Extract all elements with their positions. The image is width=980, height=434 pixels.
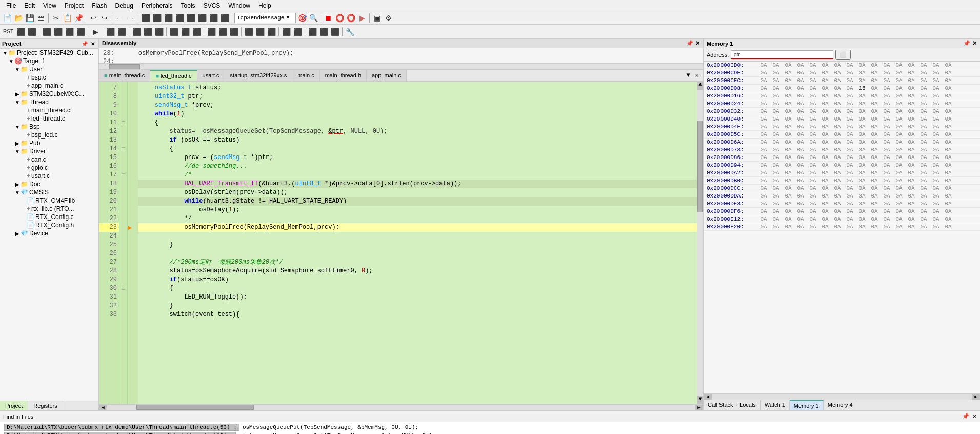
bp1[interactable]: ⬛ (105, 27, 115, 37)
circle2-btn[interactable]: ⭕ (346, 13, 356, 23)
inspect-btn[interactable]: 🔍 (308, 13, 318, 23)
settings-btn[interactable]: ⚙ (383, 13, 393, 23)
tab-registers[interactable]: Registers (28, 401, 63, 410)
mem3[interactable]: ⬛ (154, 27, 164, 37)
mem-hscroll-right[interactable]: ▶ (972, 394, 980, 400)
menu-flash[interactable]: Flash (88, 1, 111, 10)
rst-btn[interactable]: RST (2, 27, 14, 37)
hscroll-right[interactable]: ▶ (695, 405, 703, 410)
tab-startup[interactable]: startup_stm32f429xx.s (225, 70, 293, 81)
find-bar-close[interactable]: ✕ (972, 413, 977, 420)
file-usart[interactable]: + usart.c (0, 172, 98, 180)
open-btn[interactable]: 📂 (13, 13, 24, 23)
btn-f[interactable]: ⬛ (197, 13, 207, 23)
hscroll-thumb[interactable] (136, 405, 254, 410)
tool3[interactable]: ⬛ (266, 27, 276, 37)
menu-window[interactable]: Window (224, 1, 254, 10)
fold-30[interactable]: □ (119, 284, 127, 293)
layout2[interactable]: ⬛ (180, 27, 190, 37)
extra1[interactable]: ⬛ (281, 27, 291, 37)
step-over[interactable]: ⬛ (42, 27, 52, 37)
find-bar-pin[interactable]: 📌 (962, 413, 969, 420)
editor-vscrollbar[interactable]: ▲ ▼ (697, 82, 703, 404)
save-all-btn[interactable]: 🗃 (36, 13, 46, 23)
step-out[interactable]: ⬛ (64, 27, 74, 37)
run2[interactable]: ▶ (90, 27, 101, 37)
nav-back[interactable]: ← (114, 13, 125, 23)
fold-11[interactable]: □ (119, 119, 127, 127)
extra5[interactable]: ⬛ (330, 27, 340, 37)
folder-doc[interactable]: ▶ 📁 Doc (0, 180, 98, 188)
thread-dropdown[interactable]: TcpSendMessage ▼ (234, 13, 296, 23)
file-gpio[interactable]: + gpio.c (0, 164, 98, 172)
btn-d[interactable]: ⬛ (174, 13, 185, 23)
tab-overflow-btn[interactable]: ▼ (685, 72, 692, 79)
tab-led-thread[interactable]: ■ led_thread.c (150, 70, 197, 81)
debug1[interactable]: ⬛ (15, 27, 26, 37)
file-bsp-led[interactable]: + bsp_led.c (0, 131, 98, 139)
new-btn[interactable]: 📄 (2, 13, 12, 23)
step-into[interactable]: ⬛ (53, 27, 63, 37)
btn-g[interactable]: ⬛ (208, 13, 218, 23)
tab-memory-1[interactable]: Memory 1 (790, 400, 824, 410)
tab-watch-1[interactable]: Watch 1 (761, 400, 790, 410)
memory-pin[interactable]: 📌 (963, 40, 970, 47)
folder-pub[interactable]: ▶ 📁 Pub (0, 139, 98, 147)
tab-memory-4[interactable]: Memory 4 (824, 400, 857, 410)
editor-hscrollbar[interactable]: ◀ ▶ (99, 404, 703, 410)
menu-file[interactable]: File (2, 1, 20, 10)
menu-help[interactable]: Help (254, 1, 275, 10)
menu-edit[interactable]: Edit (20, 1, 39, 10)
file-app-main[interactable]: + app_main.c (0, 82, 98, 90)
undo-btn[interactable]: ↩ (88, 13, 98, 23)
fold-14[interactable]: □ (119, 145, 127, 153)
tab-call-stack[interactable]: Call Stack + Locals (704, 400, 761, 410)
code-content[interactable]: osStatus_t status; uint32_t ptr; sendMsg… (138, 82, 697, 404)
folder-stm32[interactable]: ▶ 📁 STM32CubeMX:C... (0, 90, 98, 98)
panel-close-btn[interactable]: ✕ (89, 40, 96, 47)
debug2[interactable]: ⬛ (27, 27, 37, 37)
disasm-scrollbar[interactable] (99, 63, 703, 69)
extra3[interactable]: ⬛ (307, 27, 317, 37)
mem-hscroll-track[interactable] (712, 394, 972, 400)
project-root[interactable]: ▼ 📁 Project: STM32F429_Cub... (0, 49, 98, 57)
menu-view[interactable]: View (39, 1, 61, 10)
menu-project[interactable]: Project (61, 1, 88, 10)
layout3[interactable]: ⬛ (191, 27, 202, 37)
memory-address-input[interactable] (731, 50, 833, 59)
stop-btn[interactable]: ⏹ (323, 13, 333, 23)
tab-app-main[interactable]: app_main.c (367, 70, 407, 81)
folder-thread[interactable]: ▼ 📁 Thread (0, 98, 98, 106)
file-led-thread[interactable]: + led_thread.c (0, 114, 98, 123)
menu-peripherals[interactable]: Peripherals (137, 1, 177, 10)
tab-main-thread[interactable]: ■ main_thread.c (99, 70, 150, 81)
copy-btn[interactable]: 📋 (62, 13, 72, 23)
folder-device[interactable]: ▶ 💎 Device (0, 229, 98, 238)
tab-main[interactable]: main.c (292, 70, 319, 81)
fold-17[interactable]: □ (119, 171, 127, 180)
disassembly-close[interactable]: ✕ (695, 40, 700, 47)
run-to[interactable]: ⬛ (75, 27, 86, 37)
tab-project[interactable]: Project (0, 401, 28, 410)
btn-a[interactable]: ⬛ (141, 13, 151, 23)
tab-close-all-btn[interactable]: ✕ (693, 72, 701, 80)
memory-go-button[interactable]: ⬜ (835, 50, 851, 60)
hscroll-left[interactable]: ◀ (99, 405, 107, 410)
mem2[interactable]: ⬛ (143, 27, 153, 37)
extra2[interactable]: ⬛ (292, 27, 303, 37)
folder-cmsis[interactable]: ▼ 💎 CMSIS (0, 188, 98, 196)
btn-h[interactable]: ⬛ (219, 13, 230, 23)
cut-btn[interactable]: ✂ (51, 13, 61, 23)
menu-tools[interactable]: Tools (177, 1, 199, 10)
run-btn[interactable]: ▶ (357, 13, 367, 23)
file-can[interactable]: + can.c (0, 155, 98, 164)
redo-btn[interactable]: ↪ (99, 13, 110, 23)
tool2[interactable]: ⬛ (255, 27, 265, 37)
tool1[interactable]: ⬛ (244, 27, 254, 37)
extra4[interactable]: ⬛ (318, 27, 329, 37)
menu-svcs[interactable]: SVCS (199, 1, 225, 10)
folder-driver[interactable]: ▼ 📁 Driver (0, 147, 98, 155)
btn-c[interactable]: ⬛ (163, 13, 173, 23)
file-rtx-config-h[interactable]: 📄 RTX_Config.h (0, 221, 98, 229)
layout1[interactable]: ⬛ (169, 27, 179, 37)
